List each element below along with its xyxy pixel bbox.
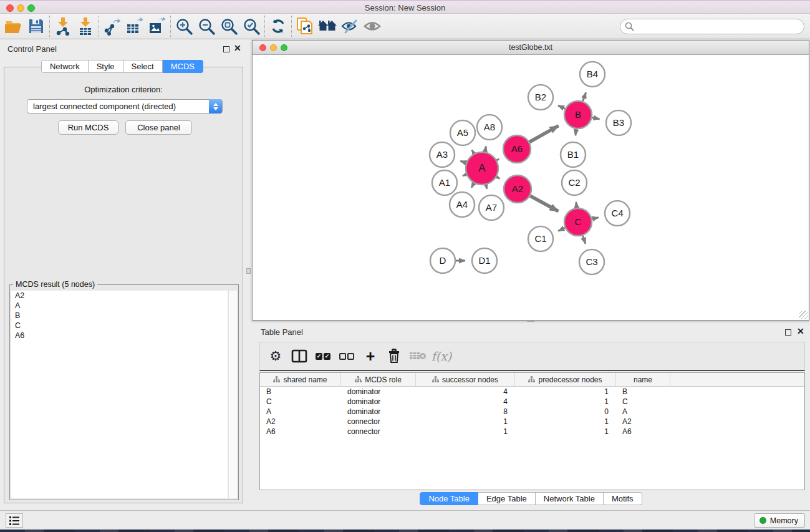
result-item[interactable]: A6 (11, 331, 228, 341)
column-header-successor-nodes[interactable]: successor nodes (416, 373, 515, 386)
edge-A-A3[interactable] (460, 161, 466, 163)
refresh-icon[interactable] (267, 15, 289, 37)
cell-predecessor-nodes[interactable]: 1 (515, 427, 616, 437)
cell-shared-name[interactable]: B (260, 387, 341, 397)
cell-mcds-role[interactable]: dominator (341, 407, 416, 417)
table-row[interactable]: Bdominator41B (260, 387, 804, 397)
select-all-checkboxes-icon[interactable]: ✓✓ (312, 345, 334, 367)
edge-A2-C[interactable] (530, 196, 558, 211)
edge-A-A4[interactable] (471, 183, 474, 188)
window-resize-grip[interactable] (799, 311, 808, 319)
node-table[interactable]: shared nameMCDS rolesuccessor nodesprede… (259, 372, 805, 490)
table-row[interactable]: A6connector11A6 (260, 427, 804, 437)
import-table-icon[interactable] (74, 15, 97, 37)
result-item[interactable]: A (11, 301, 228, 311)
cell-shared-name[interactable]: A2 (260, 417, 341, 427)
home-icon[interactable] (316, 15, 339, 37)
export-image-icon[interactable] (146, 15, 168, 37)
edge-C-C2[interactable] (576, 202, 577, 208)
split-columns-icon[interactable] (289, 345, 310, 367)
optimization-criterion-dropdown[interactable]: largest connected component (directed) (27, 99, 223, 114)
float-panel-icon[interactable] (223, 46, 229, 52)
deselect-all-checkboxes-icon[interactable] (336, 345, 357, 367)
edge-A6-B[interactable] (529, 126, 559, 142)
tab-mcds[interactable]: MCDS (163, 60, 203, 73)
close-panel-button[interactable]: Close panel (125, 120, 192, 135)
vertical-divider-grip[interactable] (246, 268, 251, 274)
zoom-fit-icon[interactable] (218, 15, 240, 37)
result-list-scrollbar[interactable] (228, 291, 237, 498)
run-mcds-button[interactable]: Run MCDS (58, 120, 118, 135)
memory-button[interactable]: Memory (754, 513, 805, 528)
edge-B-B2[interactable] (558, 105, 565, 109)
export-network-icon[interactable] (101, 15, 123, 37)
delete-column-icon[interactable] (383, 345, 405, 367)
column-header-shared-name[interactable]: shared name (260, 373, 341, 386)
cell-name[interactable]: A (616, 407, 670, 417)
cell-successor-nodes[interactable]: 8 (416, 407, 515, 417)
table-row[interactable]: Adominator80A (260, 407, 804, 417)
cell-predecessor-nodes[interactable]: 0 (515, 407, 616, 417)
search-input[interactable] (634, 21, 804, 33)
result-item[interactable]: A2 (11, 291, 228, 301)
tab-node-table[interactable]: Node Table (420, 492, 478, 505)
settings-gear-icon[interactable]: ⚙ (265, 345, 286, 367)
float-table-panel-icon[interactable] (785, 329, 791, 336)
cell-name[interactable]: A2 (616, 417, 670, 427)
import-network-icon[interactable] (52, 15, 74, 37)
task-history-button[interactable] (6, 513, 23, 528)
edge-B-B3[interactable] (592, 118, 600, 119)
cell-mcds-role[interactable]: dominator (341, 397, 416, 407)
cell-successor-nodes[interactable]: 4 (416, 397, 515, 407)
cell-mcds-role[interactable]: connector (341, 427, 416, 437)
result-item[interactable]: B (11, 311, 228, 321)
cell-successor-nodes[interactable]: 1 (416, 417, 515, 427)
network-canvas[interactable]: AA1A2A3A4A5A6A7A8BB1B2B3B4CC1C2C3C4DD1 (253, 55, 809, 320)
cell-shared-name[interactable]: A6 (260, 427, 341, 437)
table-row[interactable]: Cdominator41C (260, 397, 804, 407)
tab-select[interactable]: Select (123, 60, 163, 73)
edge-B-B1[interactable] (576, 129, 576, 135)
close-panel-icon[interactable]: ✕ (234, 43, 241, 53)
result-item[interactable]: C (11, 321, 228, 331)
cell-shared-name[interactable]: A (260, 407, 341, 417)
mcds-result-list[interactable]: A2ABCA6 (11, 291, 228, 498)
network-window-titlebar[interactable]: testGlobe.txt (253, 41, 809, 55)
column-header-predecessor-nodes[interactable]: predecessor nodes (515, 373, 616, 386)
cell-predecessor-nodes[interactable]: 1 (515, 417, 616, 427)
edge-A-A2[interactable] (496, 177, 499, 179)
cell-mcds-role[interactable]: dominator (341, 387, 416, 397)
edge-A-A8[interactable] (485, 146, 486, 152)
export-table-icon[interactable] (123, 15, 146, 37)
tab-edge-table[interactable]: Edge Table (478, 492, 536, 505)
tab-style[interactable]: Style (89, 60, 123, 73)
add-column-icon[interactable]: + (360, 345, 381, 367)
column-header-name[interactable]: name (616, 373, 670, 386)
open-file-icon[interactable] (2, 15, 25, 37)
table-row[interactable]: A2connector11A2 (260, 417, 804, 427)
cell-name[interactable]: A6 (616, 427, 670, 437)
cell-shared-name[interactable]: C (260, 397, 341, 407)
hide-selected-eye-icon[interactable] (339, 15, 361, 37)
edge-C-C3[interactable] (582, 236, 585, 244)
save-session-icon[interactable] (25, 15, 47, 37)
cell-name[interactable]: C (616, 397, 670, 407)
cell-name[interactable]: B (616, 387, 670, 397)
cell-successor-nodes[interactable]: 1 (416, 427, 515, 437)
show-all-eye-icon[interactable] (361, 15, 383, 37)
tab-motifs[interactable]: Motifs (604, 492, 642, 505)
edge-A-A5[interactable] (472, 150, 474, 153)
cell-mcds-role[interactable]: connector (341, 417, 416, 427)
cell-successor-nodes[interactable]: 4 (416, 387, 515, 397)
zoom-out-icon[interactable] (195, 15, 218, 37)
edge-C-C4[interactable] (592, 218, 598, 219)
edge-A-A6[interactable] (497, 159, 499, 160)
zoom-selected-icon[interactable] (240, 15, 263, 37)
close-table-panel-icon[interactable]: ✕ (797, 326, 804, 336)
column-header-mcds-role[interactable]: MCDS role (341, 373, 416, 386)
edge-B-B4[interactable] (583, 92, 586, 101)
new-network-from-file-icon[interactable] (294, 15, 316, 37)
zoom-in-icon[interactable] (173, 15, 195, 37)
tab-network[interactable]: Network (41, 60, 89, 73)
cell-predecessor-nodes[interactable]: 1 (515, 387, 616, 397)
